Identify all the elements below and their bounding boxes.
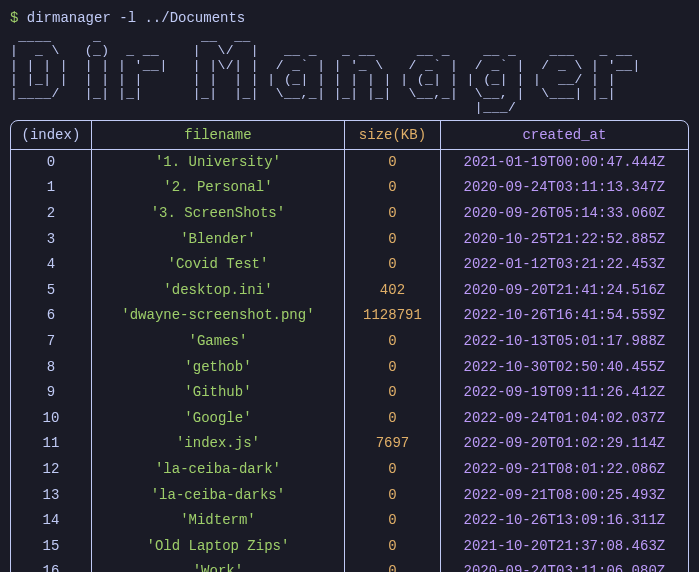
cell-size: 0: [345, 201, 441, 227]
cell-size: 0: [345, 252, 441, 278]
cell-created-at: 2021-10-20T21:37:08.463Z: [440, 534, 688, 560]
cell-created-at: 2020-09-24T03:11:13.347Z: [440, 175, 688, 201]
table-row: 14'Midterm'02022-10-26T13:09:16.311Z: [11, 508, 688, 534]
cell-created-at: 2020-09-20T21:41:24.516Z: [440, 278, 688, 304]
cell-filename: 'Google': [91, 406, 344, 432]
table-row: 7'Games'02022-10-13T05:01:17.988Z: [11, 329, 688, 355]
cell-index: 0: [11, 149, 91, 175]
cell-filename: 'Work': [91, 559, 344, 572]
cell-size: 0: [345, 534, 441, 560]
ascii-logo: ____ _ __ __ | _ \ (_) _ __ | \/ | __ _ …: [10, 30, 689, 116]
table-row: 1'2. Personal'02020-09-24T03:11:13.347Z: [11, 175, 688, 201]
cell-created-at: 2022-09-21T08:00:25.493Z: [440, 483, 688, 509]
cell-filename: 'Old Laptop Zips': [91, 534, 344, 560]
cell-size: 0: [345, 380, 441, 406]
cell-size: 0: [345, 483, 441, 509]
table-row: 10'Google'02022-09-24T01:04:02.037Z: [11, 406, 688, 432]
cell-created-at: 2022-09-24T01:04:02.037Z: [440, 406, 688, 432]
table-row: 15'Old Laptop Zips'02021-10-20T21:37:08.…: [11, 534, 688, 560]
table-row: 13'la-ceiba-darks'02022-09-21T08:00:25.4…: [11, 483, 688, 509]
cell-size: 0: [345, 149, 441, 175]
table-row: 16'Work'02020-09-24T03:11:06.080Z: [11, 559, 688, 572]
cell-index: 9: [11, 380, 91, 406]
file-table-container: (index) filename size(KB) created_at 0'1…: [10, 120, 689, 572]
table-row: 8'gethob'02022-10-30T02:50:40.455Z: [11, 355, 688, 381]
cell-filename: 'index.js': [91, 431, 344, 457]
file-table: (index) filename size(KB) created_at 0'1…: [11, 121, 688, 572]
cell-index: 11: [11, 431, 91, 457]
cell-filename: 'la-ceiba-dark': [91, 457, 344, 483]
table-header-row: (index) filename size(KB) created_at: [11, 121, 688, 150]
cell-index: 16: [11, 559, 91, 572]
cell-filename: 'la-ceiba-darks': [91, 483, 344, 509]
cell-filename: 'desktop.ini': [91, 278, 344, 304]
table-row: 6'dwayne-screenshot.png'11287912022-10-2…: [11, 303, 688, 329]
command-prompt: $ dirmanager -l ../Documents: [10, 10, 689, 26]
header-size: size(KB): [345, 121, 441, 150]
cell-created-at: 2022-10-13T05:01:17.988Z: [440, 329, 688, 355]
cell-index: 5: [11, 278, 91, 304]
cell-index: 12: [11, 457, 91, 483]
table-row: 2'3. ScreenShots'02020-09-26T05:14:33.06…: [11, 201, 688, 227]
cell-created-at: 2022-09-20T01:02:29.114Z: [440, 431, 688, 457]
cell-size: 0: [345, 508, 441, 534]
cell-created-at: 2020-09-24T03:11:06.080Z: [440, 559, 688, 572]
table-row: 3'Blender'02020-10-25T21:22:52.885Z: [11, 227, 688, 253]
cell-filename: '2. Personal': [91, 175, 344, 201]
cell-index: 1: [11, 175, 91, 201]
cell-size: 1128791: [345, 303, 441, 329]
cell-size: 0: [345, 406, 441, 432]
cell-size: 0: [345, 227, 441, 253]
cell-created-at: 2022-01-12T03:21:22.453Z: [440, 252, 688, 278]
cell-index: 4: [11, 252, 91, 278]
cell-index: 2: [11, 201, 91, 227]
cell-index: 8: [11, 355, 91, 381]
header-index: (index): [11, 121, 91, 150]
prompt-symbol: $: [10, 10, 18, 26]
cell-size: 7697: [345, 431, 441, 457]
cell-index: 10: [11, 406, 91, 432]
cell-size: 0: [345, 457, 441, 483]
header-created-at: created_at: [440, 121, 688, 150]
cell-created-at: 2022-10-26T16:41:54.559Z: [440, 303, 688, 329]
cell-size: 402: [345, 278, 441, 304]
cell-index: 3: [11, 227, 91, 253]
cell-filename: 'dwayne-screenshot.png': [91, 303, 344, 329]
table-row: 11'index.js'76972022-09-20T01:02:29.114Z: [11, 431, 688, 457]
table-row: 9'Github'02022-09-19T09:11:26.412Z: [11, 380, 688, 406]
cell-filename: '3. ScreenShots': [91, 201, 344, 227]
table-row: 0'1. University'02021-01-19T00:00:47.444…: [11, 149, 688, 175]
cell-created-at: 2022-09-21T08:01:22.086Z: [440, 457, 688, 483]
cell-size: 0: [345, 355, 441, 381]
header-filename: filename: [91, 121, 344, 150]
cell-size: 0: [345, 329, 441, 355]
cell-filename: '1. University': [91, 149, 344, 175]
cell-filename: 'gethob': [91, 355, 344, 381]
cell-size: 0: [345, 175, 441, 201]
cell-index: 7: [11, 329, 91, 355]
cell-filename: 'Covid Test': [91, 252, 344, 278]
table-row: 4'Covid Test'02022-01-12T03:21:22.453Z: [11, 252, 688, 278]
cell-filename: 'Blender': [91, 227, 344, 253]
table-body: 0'1. University'02021-01-19T00:00:47.444…: [11, 149, 688, 572]
cell-index: 13: [11, 483, 91, 509]
cell-index: 14: [11, 508, 91, 534]
cell-index: 15: [11, 534, 91, 560]
prompt-command: dirmanager -l ../Documents: [27, 10, 245, 26]
cell-filename: 'Games': [91, 329, 344, 355]
cell-created-at: 2021-01-19T00:00:47.444Z: [440, 149, 688, 175]
cell-index: 6: [11, 303, 91, 329]
cell-filename: 'Github': [91, 380, 344, 406]
cell-created-at: 2022-09-19T09:11:26.412Z: [440, 380, 688, 406]
table-row: 12'la-ceiba-dark'02022-09-21T08:01:22.08…: [11, 457, 688, 483]
cell-created-at: 2022-10-30T02:50:40.455Z: [440, 355, 688, 381]
cell-created-at: 2020-09-26T05:14:33.060Z: [440, 201, 688, 227]
cell-created-at: 2022-10-26T13:09:16.311Z: [440, 508, 688, 534]
cell-size: 0: [345, 559, 441, 572]
table-row: 5'desktop.ini'4022020-09-20T21:41:24.516…: [11, 278, 688, 304]
cell-filename: 'Midterm': [91, 508, 344, 534]
cell-created-at: 2020-10-25T21:22:52.885Z: [440, 227, 688, 253]
